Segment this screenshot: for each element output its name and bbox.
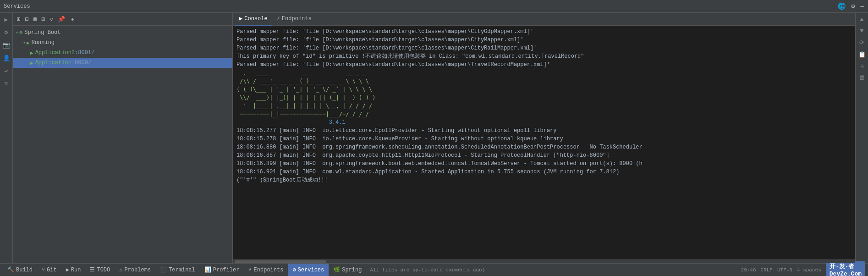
console-tab-icon: ▶ (239, 15, 242, 22)
git-icon: ⑂ (42, 267, 45, 273)
status-tab-git[interactable]: ⑂ Git (37, 264, 61, 276)
console-line: \\/ ___)| |_)| | | | | || (_| | ) ) ) ) (236, 94, 852, 102)
build-icon: 🔨 (7, 266, 14, 273)
left-tree: ▾ ☘ Spring Boot ▾ ▶ Running ▶ Applicatio… (13, 26, 232, 263)
minimize-icon[interactable]: — (861, 3, 864, 10)
expand-all-icon[interactable]: ⊞ (16, 15, 22, 24)
console-output[interactable]: Parsed mapper file: 'file [D:\workspace\… (233, 26, 855, 259)
springboot-icon: ☘ (19, 29, 22, 36)
copy-icon[interactable]: 📋 (857, 50, 867, 60)
spring-icon: 🌿 (333, 266, 340, 273)
status-tab-problems[interactable]: ⚠ Problems (115, 264, 155, 276)
console-hscroll[interactable] (233, 259, 855, 263)
build-label: Build (16, 267, 33, 273)
git-label: Git (47, 267, 57, 273)
tree-item-app2[interactable]: ▶ Application2 :8001/ (13, 48, 232, 58)
status-tab-endpoints[interactable]: ⚡ Endpoints (244, 264, 288, 276)
console-line: This primary key of "id" is primitive !不… (236, 52, 852, 61)
status-time: 29:48 (741, 267, 756, 273)
pin-icon[interactable]: 📌 (56, 15, 66, 24)
console-tabs: ▶ Console ⚡ Endpoints (233, 13, 855, 26)
app1-run-icon: ▶ (30, 60, 33, 66)
settings-icon[interactable]: ⚙ (1, 28, 11, 38)
tab-console[interactable]: ▶ Console (235, 13, 272, 26)
tree-label-running: Running (32, 39, 55, 46)
console-line: 18:08:16.901 [main] INFO com.wl.standard… (236, 168, 852, 176)
globe-icon[interactable]: 🌐 (838, 2, 846, 10)
tree-item-springboot[interactable]: ▾ ☘ Spring Boot (13, 28, 232, 38)
status-files-text: All files are up-to-date (moments ago) (366, 267, 485, 273)
tree-label-springboot: Spring Boot (24, 29, 60, 36)
console-line: Parsed mapper file: 'file [D:\workspace\… (236, 61, 852, 69)
tree-port-app2: :8001/ (75, 50, 94, 56)
left-panel: ⊞ ⊟ ⊠ ⊞ ▽ 📌 ＋ ▾ ☘ Spring Boot ▾ ▶ Runnin… (13, 13, 233, 263)
status-tab-spring[interactable]: 🌿 Spring (329, 264, 366, 276)
right-panel: ▶ Console ⚡ Endpoints Parsed mapper file… (233, 13, 855, 263)
refresh-icon[interactable]: ⟳ (857, 38, 867, 48)
tree-arrow-running: ▾ (23, 40, 26, 45)
app2-run-icon: ▶ (30, 50, 33, 56)
status-tab-profiler[interactable]: 📊 Profiler (200, 264, 244, 276)
running-icon: ▶ (27, 40, 30, 46)
console-line: /\\ / ___'_ __ _ _(_)_ __ __ _ \ \ \ \ (236, 77, 852, 85)
services-icon: ⚙ (292, 266, 296, 273)
scroll-up-icon[interactable]: ▲ (857, 15, 867, 24)
spring-label: Spring (342, 267, 362, 273)
hscroll-thumb[interactable] (235, 260, 326, 263)
endpoints-status-icon: ⚡ (248, 266, 252, 273)
run-label: Run (71, 267, 81, 273)
endpoints-status-label: Endpoints (254, 267, 284, 273)
tree-item-running[interactable]: ▾ ▶ Running (13, 38, 232, 48)
left-side-toolbar: ▶ ⚙ 📷 👤 ↩ ≡ (0, 13, 13, 263)
terminal-icon: ⬛ (160, 266, 167, 273)
collapse-icon2[interactable]: ⊠ (32, 15, 38, 24)
console-line: Parsed mapper file: 'file [D:\workspace\… (236, 36, 852, 44)
status-tab-todo[interactable]: ☰ TODO (85, 264, 115, 276)
print-icon[interactable]: 🖨 (857, 61, 867, 71)
status-right: 29:48 CRLF UTF-8 4 spaces (741, 267, 821, 273)
console-line: 18:08:16.880 [main] INFO org.springframe… (236, 143, 852, 151)
console-line: 3.4.1 (236, 118, 852, 127)
devze-badge: 开·发·者DeyZe.Com (826, 261, 865, 276)
collapse-all-icon[interactable]: ⊟ (24, 15, 30, 24)
camera-icon[interactable]: 📷 (1, 40, 11, 50)
title-bar: Services 🌐 ⚙ — (0, 0, 868, 13)
status-tab-run[interactable]: ▶ Run (61, 264, 86, 276)
status-encoding: CRLF (761, 267, 773, 273)
services-label: Services (298, 267, 324, 273)
console-tab-label: Console (244, 16, 267, 22)
profiler-label: Profiler (213, 267, 240, 273)
console-line: 18:08:16.899 [main] INFO org.springframe… (236, 160, 852, 168)
user-icon[interactable]: 👤 (1, 53, 11, 63)
filter-icon[interactable]: ▽ (48, 15, 55, 24)
status-bar: 🔨 Build ⑂ Git ▶ Run ☰ TODO ⚠ Problems ⬛ … (0, 263, 868, 276)
scroll-down-icon[interactable]: ▼ (857, 26, 867, 36)
status-tab-terminal[interactable]: ⬛ Terminal (155, 264, 200, 276)
tree-port-app1: :8000/ (71, 60, 91, 66)
run-icon[interactable]: ▶ (1, 15, 11, 25)
status-tab-build[interactable]: 🔨 Build (3, 264, 37, 276)
group-icon[interactable]: ⊞ (40, 15, 46, 24)
problems-label: Problems (125, 267, 151, 273)
delete-icon[interactable]: 🗑 (857, 73, 867, 83)
tree-label-app1: Application (35, 60, 71, 66)
terminal-label: Terminal (169, 267, 195, 273)
console-line: Parsed mapper file: 'file [D:\workspace\… (236, 28, 852, 36)
settings-icon[interactable]: ⚙ (851, 2, 855, 10)
status-tab-services[interactable]: ⚙ Services (288, 264, 329, 276)
left-toolbar: ⊞ ⊟ ⊠ ⊞ ▽ 📌 ＋ (13, 13, 232, 26)
main-area: ▶ ⚙ 📷 👤 ↩ ≡ ⊞ ⊟ ⊠ ⊞ ▽ 📌 ＋ ▾ ☘ Spring Boo… (0, 13, 868, 263)
tree-label-app2: Application2 (35, 50, 75, 56)
status-charset: UTF-8 (777, 267, 792, 273)
tree-item-app1[interactable]: ▶ Application :8000/ (13, 58, 232, 68)
endpoints-tab-label: Endpoints (282, 16, 312, 22)
menu-icon[interactable]: ≡ (1, 79, 11, 88)
add-icon[interactable]: ＋ (68, 14, 77, 24)
console-line: . ____ _ __ _ _ (236, 69, 852, 77)
console-line: =========|_|==============|___/=/_/_/_/ (236, 110, 852, 118)
run-status-icon: ▶ (66, 266, 69, 273)
profiler-icon: 📊 (204, 266, 211, 273)
tab-endpoints[interactable]: ⚡ Endpoints (272, 13, 316, 26)
back-icon[interactable]: ↩ (1, 66, 11, 76)
title-bar-controls: 🌐 ⚙ — (838, 2, 864, 10)
